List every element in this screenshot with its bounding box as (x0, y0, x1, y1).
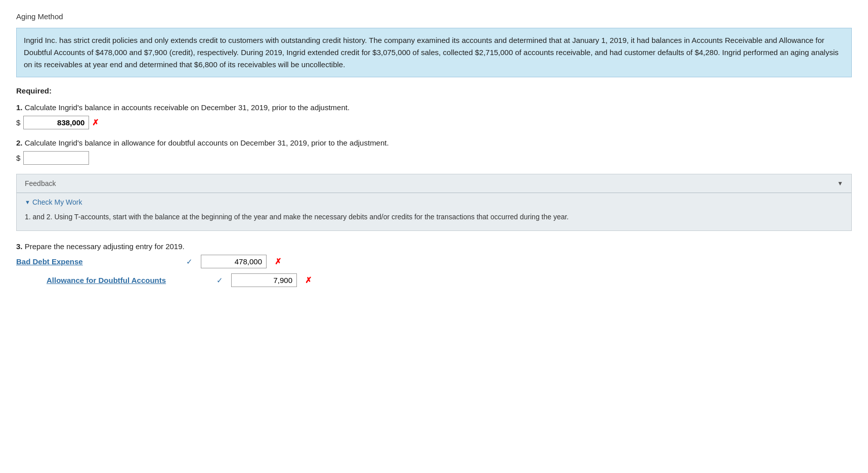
required-label: Required: (16, 86, 852, 95)
question-1-body: Calculate Ingrid's balance in accounts r… (25, 103, 350, 112)
question-1-answer-row: $ ✗ (16, 116, 852, 129)
question-1-number: 1. (16, 103, 23, 112)
journal-entry-1-row: Bad Debt Expense ✓ ✗ (16, 255, 852, 268)
question-2-text: 2. Calculate Ingrid's balance in allowan… (16, 138, 852, 147)
check-my-work-section: ▼ Check My Work (17, 193, 851, 206)
feedback-box: Feedback ▼ ▼ Check My Work 1. and 2. Usi… (16, 174, 852, 231)
check-my-work-text: Check My Work (32, 198, 82, 206)
question-1-block: 1. Calculate Ingrid's balance in account… (16, 103, 852, 129)
question-2-number: 2. (16, 138, 23, 147)
allowance-doubtful-accounts-checkmark: ✓ (216, 276, 223, 285)
bad-debt-expense-checkmark: ✓ (186, 257, 193, 266)
feedback-header-label: Feedback (25, 179, 56, 187)
chevron-down-icon: ▼ (837, 180, 843, 187)
journal-entry-2-row: Allowance for Doubtful Accounts ✓ ✗ (16, 273, 852, 287)
bad-debt-expense-debit-input[interactable] (201, 255, 267, 268)
feedback-text: 1. and 2. Using T-accounts, start with t… (17, 211, 851, 230)
problem-text: Ingrid Inc. has strict credit policies a… (16, 28, 852, 77)
question-2-input[interactable] (23, 151, 89, 165)
question-3-text: 3. Prepare the necessary adjusting entry… (16, 242, 852, 251)
question-1-text: 1. Calculate Ingrid's balance in account… (16, 103, 852, 112)
page-title: Aging Method (16, 12, 852, 21)
bad-debt-expense-error-icon: ✗ (275, 257, 281, 266)
allowance-doubtful-accounts-link[interactable]: Allowance for Doubtful Accounts (47, 276, 208, 285)
question-2-answer-row: $ (16, 151, 852, 165)
question-2-dollar: $ (16, 154, 20, 162)
check-my-work-label[interactable]: ▼ Check My Work (25, 198, 843, 206)
triangle-icon: ▼ (25, 199, 30, 205)
allowance-doubtful-accounts-error-icon: ✗ (305, 275, 312, 285)
question-2-body: Calculate Ingrid's balance in allowance … (25, 138, 389, 147)
allowance-doubtful-accounts-credit-input[interactable] (231, 273, 297, 287)
question-1-dollar: $ (16, 118, 20, 127)
feedback-header[interactable]: Feedback ▼ (17, 174, 851, 193)
question-1-input[interactable] (23, 116, 89, 129)
question-2-block: 2. Calculate Ingrid's balance in allowan… (16, 138, 852, 165)
bad-debt-expense-link[interactable]: Bad Debt Expense (16, 257, 178, 266)
question-3-number: 3. (16, 242, 23, 251)
question-3-block: 3. Prepare the necessary adjusting entry… (16, 242, 852, 287)
question-1-error-icon: ✗ (92, 118, 99, 127)
question-3-label: Prepare the necessary adjusting entry fo… (25, 242, 185, 251)
